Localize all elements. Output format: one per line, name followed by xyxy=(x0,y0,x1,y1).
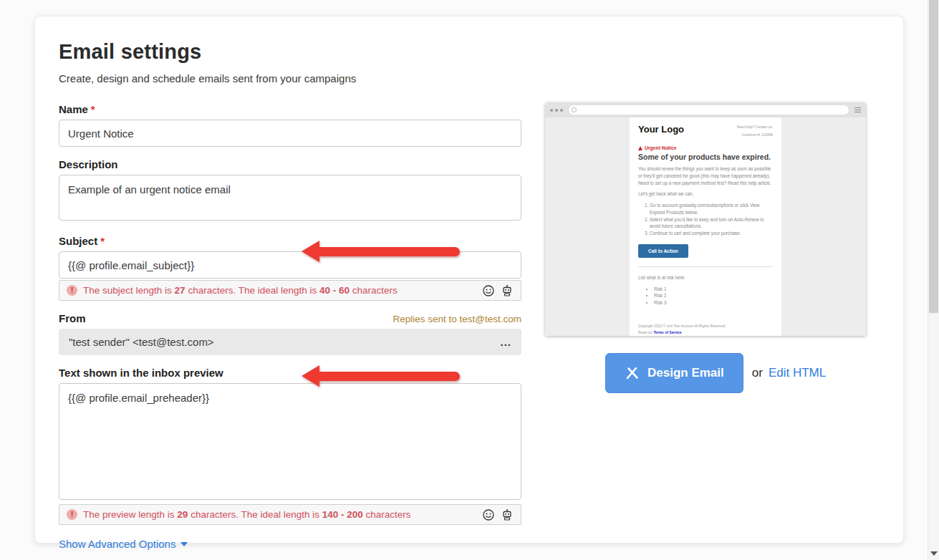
email-customer-number: Customer #: 123456 xyxy=(737,132,773,140)
subject-validation-bar: ! The subject length is 27 characters. T… xyxy=(59,280,521,301)
email-steps-list: Go to account.godaddy.com/subscriptions … xyxy=(650,202,773,237)
email-headline: Some of your products have expired. xyxy=(638,153,773,161)
description-input[interactable]: Example of an urgent notice email xyxy=(59,175,521,221)
preheader-validation-message: The preview length is 29 characters. The… xyxy=(83,509,411,520)
robot-icon[interactable] xyxy=(501,508,514,521)
preheader-input[interactable]: {{@ profile.email_preheader}} xyxy=(59,383,521,500)
window-controls-icon xyxy=(550,109,563,112)
required-asterisk: * xyxy=(91,103,95,115)
subject-validation-message: The subject length is 27 characters. The… xyxy=(83,285,398,296)
name-input[interactable] xyxy=(59,120,521,147)
email-settings-card: Email settings Create, design and schedu… xyxy=(34,16,904,544)
replies-note: Replies sent to test@test.com xyxy=(393,314,521,324)
show-advanced-options-link[interactable]: Show Advanced Options xyxy=(59,538,188,550)
email-divider xyxy=(638,266,773,267)
email-preview-browser: Your Logo Need help? Contact us. Custome… xyxy=(545,102,866,336)
page-scrollbar[interactable] xyxy=(928,0,939,560)
name-label: Name* xyxy=(59,103,521,115)
email-copyright: Copyright 2022 © Unit Test Account All R… xyxy=(638,324,773,329)
chevron-down-icon xyxy=(180,542,188,546)
email-paragraph: You should renew the things you want to … xyxy=(638,165,773,186)
email-settings-form: Email settings Create, design and schedu… xyxy=(59,40,521,551)
description-label: Description xyxy=(59,158,521,170)
step-item: Go to account.godaddy.com/subscriptions … xyxy=(650,202,773,216)
from-field[interactable]: "test sender" <test@test.com> ... xyxy=(59,329,521,355)
scrollbar-thumb[interactable] xyxy=(929,0,938,313)
warning-circle-icon: ! xyxy=(67,509,77,520)
email-risks-list: Risk 1 Risk 2 Risk 3 xyxy=(654,286,773,306)
step-item: Select what you'd like to keep and turn … xyxy=(650,216,773,231)
email-preview-viewport: Your Logo Need help? Contact us. Custome… xyxy=(545,117,866,336)
required-asterisk: * xyxy=(100,235,105,247)
page-title: Email settings xyxy=(59,40,521,64)
step-item: Continue to cart and complete your purch… xyxy=(650,230,773,237)
from-value: "test sender" <test@test.com> xyxy=(69,336,214,348)
reload-icon xyxy=(572,107,577,112)
smiley-icon[interactable] xyxy=(482,508,495,521)
or-text: or xyxy=(752,366,763,380)
warning-circle-icon: ! xyxy=(67,285,77,296)
email-risk-intro: List what is at risk here: xyxy=(638,274,773,281)
email-footer: Copyright 2022 © Unit Test Account All R… xyxy=(638,324,773,336)
email-urgent-label: Urgent Notice xyxy=(638,145,773,150)
browser-chrome-bar xyxy=(545,102,866,117)
from-label: From xyxy=(59,312,86,324)
risk-item: Risk 1 xyxy=(654,286,773,293)
menu-icon xyxy=(854,107,861,112)
scrollbar-down-arrow[interactable] xyxy=(930,551,938,556)
risk-item: Risk 3 xyxy=(654,299,773,306)
preview-column: Your Logo Need help? Contact us. Custome… xyxy=(545,40,866,393)
email-logo: Your Logo xyxy=(638,124,684,135)
preheader-validation-bar: ! The preview length is 29 characters. T… xyxy=(59,504,521,525)
preheader-annotation-arrow xyxy=(302,365,460,387)
call-to-action-button[interactable]: Call to Action xyxy=(638,244,688,258)
robot-icon[interactable] xyxy=(501,284,514,297)
page-subtitle: Create, design and schedule emails sent … xyxy=(59,72,521,85)
email-lead-line: Let's get back what we can. xyxy=(638,190,773,198)
email-help-text: Need help? Contact us. xyxy=(737,124,773,132)
from-options-button[interactable]: ... xyxy=(500,336,511,348)
subject-annotation-arrow xyxy=(302,241,460,263)
risk-item: Risk 2 xyxy=(654,292,773,299)
email-body: Your Logo Need help? Contact us. Custome… xyxy=(630,117,781,336)
design-email-button[interactable]: Design Email xyxy=(605,353,743,393)
smiley-icon[interactable] xyxy=(482,284,495,297)
terms-of-service-link[interactable]: Terms of Service xyxy=(653,331,681,334)
warning-triangle-icon xyxy=(638,146,642,150)
design-pencil-icon xyxy=(625,365,640,381)
url-bar xyxy=(569,105,849,115)
edit-html-link[interactable]: Edit HTML xyxy=(769,366,826,380)
